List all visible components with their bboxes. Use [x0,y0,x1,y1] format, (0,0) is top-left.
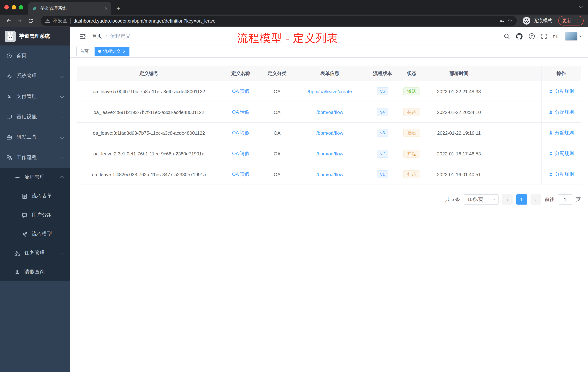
task-management-icon [15,250,20,256]
minimize-window-button[interactable] [12,5,16,10]
incognito-badge: 无痕模式 [523,17,552,25]
github-icon[interactable] [516,33,523,40]
hamburger-icon[interactable] [79,33,86,40]
form-link[interactable]: /bpm/oa/flow [316,151,343,156]
screen: 芋道管理系统 × + 不安全 dashboard.yudao.iocoder.c… [0,0,588,372]
assign-rule-link[interactable]: 分配规则 [549,130,574,136]
column-header-name: 定义名称 [221,70,261,77]
update-label: 更新 [562,17,572,24]
sidebar-item-task-management[interactable]: 任务管理 [0,243,70,263]
sidebar-item-process-form[interactable]: 流程表单 [0,187,70,206]
tab-favicon-icon [32,6,37,11]
address-bar[interactable]: 不安全 dashboard.yudao.iocoder.cn/bpm/manag… [41,16,517,26]
sidebar-item-label: 工作流程 [16,154,37,161]
payment-icon: ¥ [7,94,12,99]
next-page-button[interactable]: › [531,194,541,205]
tab-close-icon[interactable]: × [105,6,108,11]
fullscreen-icon[interactable] [541,33,547,39]
tag-process-definition[interactable]: 流程定义 × [94,47,129,56]
sidebar-item-label: 流程模型 [32,231,52,237]
browser-tab[interactable]: 芋道管理系统 × [28,2,111,15]
page-size-value: 10条/页 [467,196,483,203]
sidebar-item-payment[interactable]: ¥ 支付管理 [0,86,70,107]
window-controls [4,5,23,10]
search-icon[interactable] [504,33,510,39]
sidebar-item-label: 基础设施 [16,114,37,120]
security-label[interactable]: 不安全 [53,17,67,24]
form-link[interactable]: /bpm/oa/leave/create [308,89,352,94]
incognito-icon [523,17,531,25]
sidebar-item-process-management[interactable]: 流程管理 [0,168,70,187]
gear-icon [7,73,12,79]
definition-name-link[interactable]: OA 请假 [232,109,249,115]
page-size-select[interactable]: 10条/页 [464,194,499,205]
form-link[interactable]: /bpm/oa/flow [316,130,343,136]
chevron-down-icon [492,197,495,201]
form-link[interactable]: /bpm/oa/flow [316,109,343,115]
sidebar-item-system[interactable]: 系统管理 [0,66,70,86]
breadcrumb-home[interactable]: 首页 [92,33,102,40]
avatar[interactable] [565,32,578,41]
assign-rule-label: 分配规则 [555,109,574,115]
jump-unit: 页 [576,196,581,203]
sidebar-item-process-model[interactable]: 流程模型 [0,225,70,243]
definition-name-link[interactable]: OA 请假 [232,88,249,94]
status-badge: 挂起 [403,170,420,178]
definition-name-link[interactable]: OA 请假 [232,151,249,156]
sidebar-item-user-group[interactable]: 用户分组 [0,206,70,225]
back-button[interactable] [4,16,13,25]
definition-name-link[interactable]: OA 请假 [232,171,249,177]
browser-menu-icon[interactable]: ⋮ [575,18,580,24]
user-icon [549,131,553,135]
deploy-time: 2022-01-22 21:48:38 [424,89,494,94]
column-header-status: 状态 [399,70,424,77]
definition-name-link[interactable]: OA 请假 [232,130,249,135]
column-header-category: 定义分类 [261,70,294,77]
page-button-1[interactable]: 1 [516,194,527,205]
zoom-window-button[interactable] [19,5,23,10]
devtools-icon [7,134,12,140]
close-window-button[interactable] [4,5,9,10]
sidebar-item-infrastructure[interactable]: 基础设施 [0,107,70,127]
jump-page-input[interactable] [558,194,572,205]
chevron-down-icon [61,73,63,79]
help-icon[interactable]: ? [529,33,535,39]
sidebar-item-workflow[interactable]: 工作流程 [0,147,70,168]
breadcrumb-separator: / [105,33,107,39]
forward-button[interactable] [15,16,24,25]
sidebar-item-devtools[interactable]: 研发工具 [0,127,70,147]
status-badge: 挂起 [403,108,420,116]
chrome-update-button[interactable]: 更新 ⋮ [558,16,584,25]
tag-close-icon[interactable]: × [123,49,126,54]
assign-rule-link[interactable]: 分配规则 [549,171,574,178]
table-row: oa_leave:3:1fad3d93-7b75-11ec-a3c8-acde4… [77,123,581,143]
deploy-time: 2022-01-16 01:40:51 [424,172,494,177]
version-badge: v2 [377,150,388,158]
tab-search-chevron-icon[interactable] [580,3,582,10]
form-link[interactable]: /bpm/oa/flow [316,172,343,177]
bookmark-star-icon[interactable]: ☆ [507,17,512,24]
assign-rule-label: 分配规则 [555,130,574,136]
assign-rule-link[interactable]: 分配规则 [549,88,574,95]
browser-tab-strip: 芋道管理系统 × + [0,0,588,15]
prev-page-button[interactable]: ‹ [502,194,513,205]
tag-home[interactable]: 首页 [76,47,92,56]
assign-rule-link[interactable]: 分配规则 [549,109,574,115]
jump-label: 前往 [545,196,554,203]
new-tab-button[interactable]: + [116,5,120,12]
user-menu[interactable] [565,32,583,41]
assign-rule-link[interactable]: 分配规则 [549,150,574,157]
reload-button[interactable] [26,16,35,25]
url-text[interactable]: dashboard.yudao.iocoder.cn/bpm/manager/d… [74,18,496,23]
infrastructure-icon [7,114,12,120]
password-key-icon[interactable] [499,18,504,23]
column-header-id: 定义编号 [77,70,221,77]
url-domain: dashboard.yudao.iocoder.cn [74,18,133,23]
sidebar-item-label: 研发工具 [16,134,37,141]
sidebar-item-label: 任务管理 [24,250,45,256]
sidebar-item-leave-query[interactable]: 请假查询 [0,263,70,281]
sidebar-item-home[interactable]: 首页 [0,45,70,66]
chevron-up-icon [61,174,63,180]
sidebar-item-label: 支付管理 [16,93,37,100]
font-size-icon[interactable]: tT [553,33,559,39]
